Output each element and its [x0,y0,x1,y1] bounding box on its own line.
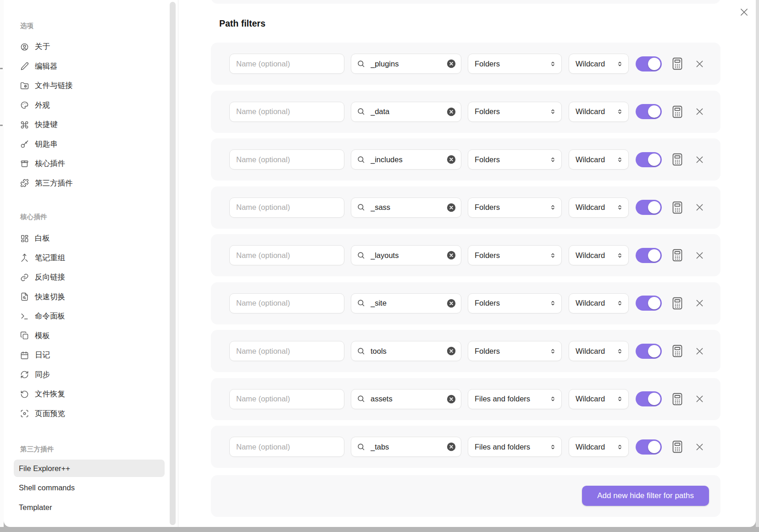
sidebar-item-page-preview[interactable]: 页面预览 [14,405,165,422]
remove-filter-button[interactable] [695,251,704,260]
add-filter-button[interactable]: Add new hide filter for paths [582,486,709,506]
sidebar-item-hotkeys[interactable]: 快捷键 [14,116,165,133]
match-type-select[interactable]: Wildcard [569,54,629,74]
match-type-select[interactable]: Wildcard [569,341,629,361]
scope-select[interactable]: Folders [468,197,562,218]
filter-path-input[interactable] [370,442,446,452]
scope-select[interactable]: Folders [468,149,562,170]
filter-enabled-toggle[interactable] [636,200,662,215]
filter-enabled-toggle[interactable] [636,56,662,71]
previous-row-fragment [211,0,720,4]
sidebar-item-file-explorer-plus[interactable]: File Explorer++ [14,460,165,477]
filter-enabled-toggle[interactable] [636,391,662,406]
sidebar-item-note-composer[interactable]: 笔记重组 [14,249,165,267]
sidebar-scrollbar[interactable] [170,2,176,525]
calculator-button[interactable] [672,105,683,118]
close-settings-button[interactable] [737,5,750,18]
scope-select[interactable]: Folders [468,102,562,122]
remove-filter-button[interactable] [695,298,704,308]
filter-name-input[interactable] [229,341,344,361]
pencil-icon-wrap [20,62,29,71]
sidebar-item-appearance[interactable]: 外观 [14,97,165,114]
remove-filter-button[interactable] [695,442,704,452]
match-type-select[interactable]: Wildcard [569,245,629,265]
match-type-select[interactable]: Wildcard [569,389,629,409]
clear-search-button[interactable] [446,154,456,165]
sidebar-item-sync[interactable]: 同步 [14,366,165,384]
filter-name-input[interactable] [229,149,344,170]
filter-enabled-toggle[interactable] [636,248,662,263]
sidebar-item-canvas[interactable]: 白板 [14,230,165,247]
filter-enabled-toggle[interactable] [636,439,662,455]
sidebar-item-file-recovery[interactable]: 文件恢复 [14,385,165,403]
filter-name-input[interactable] [229,197,344,218]
filter-path-input[interactable] [370,394,446,404]
terminal-icon-wrap [20,312,29,321]
sidebar-item-about[interactable]: 关于 [14,38,165,55]
clear-search-button[interactable] [446,107,456,117]
filter-path-input[interactable] [370,107,446,116]
calculator-button[interactable] [672,440,683,453]
filter-enabled-toggle[interactable] [636,296,662,311]
calculator-button[interactable] [672,201,683,214]
scope-select[interactable]: Folders [468,341,562,361]
calculator-button[interactable] [672,345,683,357]
scope-select[interactable]: Files and folders [468,389,562,409]
sidebar-item-templates[interactable]: 模板 [14,327,165,345]
clear-search-button[interactable] [446,298,456,308]
sidebar-item-command-palette[interactable]: 命令面板 [14,307,165,325]
sidebar-item-backlinks[interactable]: 反向链接 [14,269,165,286]
sidebar-item-community-plugins[interactable]: 第三方插件 [14,175,165,192]
filter-path-input[interactable] [370,59,446,69]
sidebar-item-keychain[interactable]: 钥匙串 [14,136,165,153]
clear-search-button[interactable] [446,346,456,356]
remove-filter-button[interactable] [695,59,704,69]
clear-search-button[interactable] [446,59,456,69]
filter-path-input[interactable] [370,346,446,356]
sidebar-item-editor[interactable]: 编辑器 [14,58,165,75]
filter-enabled-toggle[interactable] [636,152,662,167]
scope-select[interactable]: Files and folders [468,437,562,457]
sidebar-item-shell-commands[interactable]: Shell commands [14,479,165,497]
calculator-button[interactable] [672,57,683,70]
scope-select[interactable]: Folders [468,245,562,265]
match-select-value: Wildcard [576,60,605,68]
clear-search-button[interactable] [446,442,456,452]
match-type-select[interactable]: Wildcard [569,102,629,122]
scope-select[interactable]: Folders [468,54,562,74]
sidebar-item-daily-notes[interactable]: 日记 [14,346,165,364]
filter-name-input[interactable] [229,102,344,122]
filter-name-input[interactable] [229,389,344,409]
match-type-select[interactable]: Wildcard [569,437,629,457]
remove-filter-button[interactable] [695,394,704,404]
remove-filter-button[interactable] [695,107,704,116]
filter-path-input[interactable] [370,298,446,308]
match-type-select[interactable]: Wildcard [569,149,629,170]
filter-name-input[interactable] [229,54,344,74]
remove-filter-button[interactable] [695,346,704,356]
clear-search-button[interactable] [446,394,456,404]
sidebar-item-quick-switcher[interactable]: 快速切换 [14,288,165,306]
clear-search-button[interactable] [446,203,456,213]
filter-name-input[interactable] [229,293,344,313]
calculator-button[interactable] [672,297,683,310]
filter-path-input[interactable] [370,203,446,212]
sidebar-item-core-plugins[interactable]: 核心插件 [14,155,165,172]
filter-enabled-toggle[interactable] [636,344,662,359]
calculator-button[interactable] [672,393,683,406]
sidebar-item-templater[interactable]: Templater [14,499,165,516]
filter-enabled-toggle[interactable] [636,104,662,119]
clear-search-button[interactable] [446,250,456,260]
match-type-select[interactable]: Wildcard [569,293,629,313]
filter-name-input[interactable] [229,245,344,265]
remove-filter-button[interactable] [695,203,704,212]
filter-name-input[interactable] [229,437,344,457]
match-type-select[interactable]: Wildcard [569,197,629,218]
filter-path-input[interactable] [370,251,446,260]
sidebar-item-files-links[interactable]: 文件与链接 [14,77,165,94]
remove-filter-button[interactable] [695,155,704,165]
filter-path-input[interactable] [370,155,446,165]
calculator-button[interactable] [672,153,683,166]
calculator-button[interactable] [672,249,683,262]
scope-select[interactable]: Folders [468,293,562,313]
